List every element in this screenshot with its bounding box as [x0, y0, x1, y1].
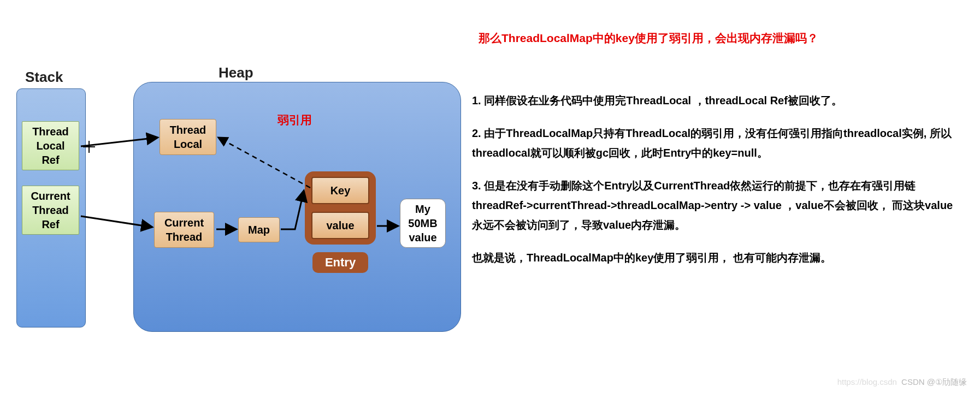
heap-label: Heap	[219, 64, 253, 81]
current-thread-ref-box: CurrentThreadRef	[22, 186, 79, 235]
entry-key-field: Key	[311, 177, 369, 204]
stack-label: Stack	[25, 69, 63, 86]
question-title: 那么ThreadLocalMap中的key使用了弱引用，会出现内存泄漏吗？	[479, 31, 818, 46]
paragraph-2: 2. 由于ThreadLocalMap只持有ThreadLocal的弱引用，没有…	[472, 123, 957, 163]
thread-local-ref-box: ThreadLocalRef	[22, 121, 79, 170]
mouse-cursor-icon	[83, 141, 95, 153]
paragraph-4: 也就是说，ThreadLocalMap中的key使用了弱引用， 也有可能内存泄漏…	[472, 248, 957, 267]
paragraph-3: 3. 但是在没有手动删除这个Entry以及CurrentThread依然运行的前…	[472, 176, 957, 235]
explanation-text: 1. 同样假设在业务代码中使用完ThreadLocal ，threadLocal…	[472, 91, 957, 281]
thread-local-box: ThreadLocal	[160, 119, 216, 155]
entry-box: Key value	[305, 171, 376, 245]
weak-reference-label: 弱引用	[278, 112, 312, 128]
watermark-faint: https://blog.csdn	[837, 377, 897, 386]
entry-value-field: value	[311, 212, 369, 239]
my-value-box: My50MBvalue	[400, 199, 446, 248]
watermark-main: CSDN @①劤随缘	[901, 377, 967, 386]
map-box: Map	[238, 217, 280, 242]
entry-label: Entry	[312, 252, 368, 273]
paragraph-1: 1. 同样假设在业务代码中使用完ThreadLocal ，threadLocal…	[472, 91, 957, 110]
current-thread-box: CurrentThread	[154, 212, 214, 248]
watermark: https://blog.csdn CSDN @①劤随缘	[837, 377, 967, 388]
